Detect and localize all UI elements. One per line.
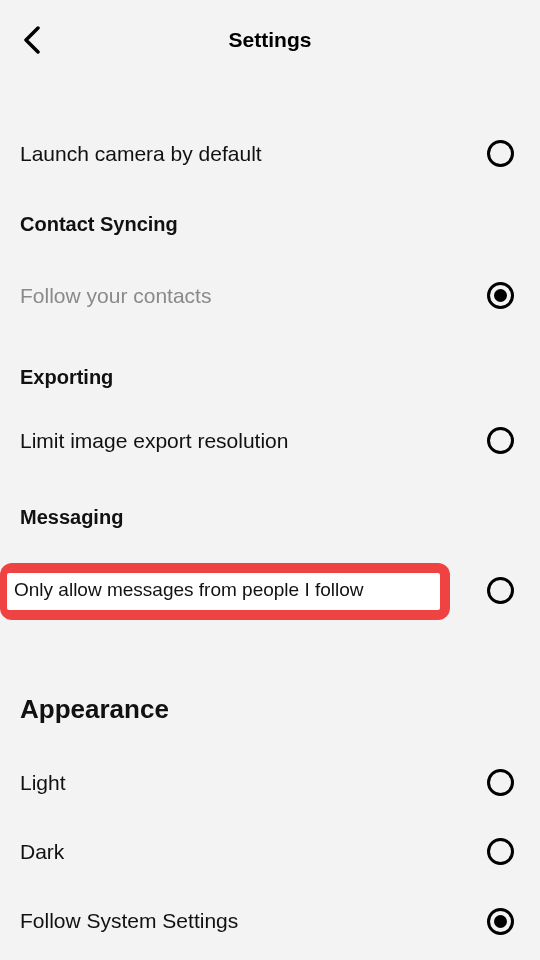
setting-appearance-follow-system[interactable]: Follow System Settings bbox=[8, 907, 532, 934]
header: Settings bbox=[8, 14, 532, 66]
section-contact-syncing: Contact Syncing bbox=[8, 213, 532, 236]
setting-label: Only allow messages from people I follow bbox=[14, 578, 364, 603]
setting-limit-export[interactable]: Limit image export resolution bbox=[8, 427, 532, 454]
setting-label: Follow System Settings bbox=[20, 907, 238, 934]
setting-label: Limit image export resolution bbox=[20, 427, 288, 454]
radio-launch-camera[interactable] bbox=[487, 140, 514, 167]
page-title: Settings bbox=[229, 28, 312, 52]
setting-label: Light bbox=[20, 769, 66, 796]
section-messaging: Messaging bbox=[8, 506, 532, 529]
back-button[interactable] bbox=[8, 16, 56, 64]
setting-launch-camera[interactable]: Launch camera by default bbox=[8, 140, 532, 167]
setting-only-followed[interactable]: Only allow messages from people I follow bbox=[8, 577, 532, 604]
radio-only-followed[interactable] bbox=[487, 577, 514, 604]
chevron-left-icon bbox=[23, 26, 41, 54]
radio-dark[interactable] bbox=[487, 838, 514, 865]
setting-label: Launch camera by default bbox=[20, 140, 262, 167]
setting-label: Follow your contacts bbox=[20, 282, 211, 309]
radio-light[interactable] bbox=[487, 769, 514, 796]
section-exporting: Exporting bbox=[8, 366, 532, 389]
radio-limit-export[interactable] bbox=[487, 427, 514, 454]
setting-follow-contacts[interactable]: Follow your contacts bbox=[8, 282, 532, 309]
radio-follow-contacts[interactable] bbox=[487, 282, 514, 309]
radio-follow-system[interactable] bbox=[487, 908, 514, 935]
setting-appearance-light[interactable]: Light bbox=[8, 769, 532, 796]
highlighted-setting: Only allow messages from people I follow bbox=[8, 577, 532, 604]
setting-appearance-dark[interactable]: Dark bbox=[8, 838, 532, 865]
setting-label: Dark bbox=[20, 838, 64, 865]
section-appearance: Appearance bbox=[8, 694, 532, 725]
